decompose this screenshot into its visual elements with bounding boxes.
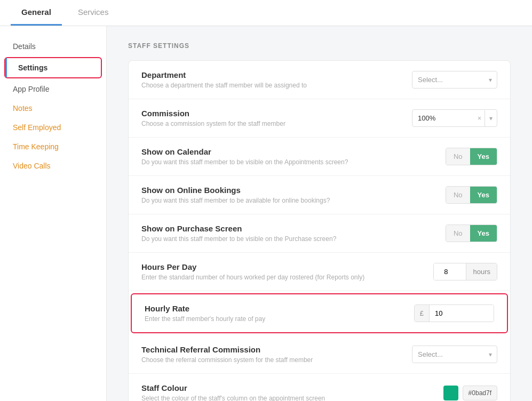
setting-info-hours-per-day: Hours Per Day Enter the standard number … [141, 262, 433, 281]
show-calendar-no-btn[interactable]: No [446, 148, 470, 165]
top-tab-bar: General Services [0, 0, 532, 26]
hours-per-day-control: hours [433, 263, 497, 280]
commission-desc: Choose a commission system for the staff… [141, 120, 412, 127]
show-calendar-label: Show on Calendar [141, 147, 446, 156]
main-content: STAFF SETTINGS Department Choose a depar… [107, 26, 532, 401]
commission-wrapper[interactable]: 100% × ▾ [412, 109, 497, 127]
setting-info-department: Department Choose a department the staff… [141, 70, 412, 89]
page-layout: Details Settings App Profile Notes Self … [0, 26, 532, 401]
purchase-screen-no-btn[interactable]: No [446, 225, 470, 242]
hourly-rate-desc: Enter the staff member's hourly rate of … [145, 315, 414, 323]
purchase-screen-label: Show on Purchase Screen [141, 224, 446, 233]
online-bookings-yes-btn[interactable]: Yes [470, 187, 497, 203]
settings-highlight-box: Settings [4, 57, 102, 78]
setting-info-commission: Commission Choose a commission system fo… [141, 109, 412, 127]
purchase-screen-control: No Yes [446, 224, 497, 242]
colour-code-display: #0bad7f [463, 386, 497, 400]
colour-picker-group[interactable]: #0bad7f [443, 386, 497, 400]
commission-label: Commission [141, 109, 412, 118]
currency-symbol: £ [415, 305, 430, 322]
show-calendar-toggle: No Yes [446, 148, 497, 165]
hours-per-day-desc: Enter the standard number of hours worke… [141, 274, 433, 281]
setting-info-referral-commission: Technical Referral Commission Choose the… [141, 345, 412, 364]
colour-swatch[interactable] [443, 386, 458, 400]
commission-value: 100% [412, 110, 474, 126]
hourly-rate-control: £ [414, 304, 494, 322]
hourly-rate-label: Hourly Rate [145, 304, 414, 313]
online-bookings-toggle: No Yes [446, 186, 497, 204]
tab-general[interactable]: General [11, 0, 62, 26]
sidebar-item-details[interactable]: Details [0, 37, 106, 56]
show-calendar-yes-btn[interactable]: Yes [470, 148, 497, 165]
department-control: Select... [412, 71, 497, 89]
setting-info-purchase-screen: Show on Purchase Screen Do you want this… [141, 224, 446, 243]
purchase-screen-desc: Do you want this staff member to be visi… [141, 235, 446, 243]
show-calendar-control: No Yes [446, 148, 497, 165]
referral-commission-desc: Choose the referral commission system fo… [141, 356, 412, 364]
setting-row-department: Department Choose a department the staff… [129, 61, 510, 99]
setting-info-staff-colour: Staff Colour Select the colour of the st… [141, 383, 443, 401]
staff-colour-desc: Select the colour of the staff's column … [141, 395, 443, 401]
sidebar-item-settings[interactable]: Settings [5, 58, 101, 77]
setting-row-purchase-screen: Show on Purchase Screen Do you want this… [129, 214, 510, 253]
department-desc: Choose a department the staff member wil… [141, 82, 412, 89]
commission-control[interactable]: 100% × ▾ [412, 109, 497, 127]
referral-commission-select[interactable]: Select... [412, 346, 497, 363]
setting-info-hourly-rate: Hourly Rate Enter the staff member's hou… [145, 304, 414, 323]
hours-unit-label: hours [466, 263, 497, 280]
referral-commission-select-wrapper: Select... [412, 346, 497, 363]
department-select-wrapper: Select... [412, 71, 497, 89]
setting-row-hourly-rate: Hourly Rate Enter the staff member's hou… [131, 293, 508, 333]
commission-clear-icon[interactable]: × [474, 113, 485, 124]
hourly-rate-input[interactable] [430, 305, 494, 322]
setting-info-online-bookings: Show on Online Bookings Do you want this… [141, 186, 446, 204]
referral-commission-label: Technical Referral Commission [141, 345, 412, 354]
online-bookings-desc: Do you want this staff member to be avai… [141, 197, 446, 204]
sidebar-item-notes[interactable]: Notes [0, 99, 106, 118]
online-bookings-no-btn[interactable]: No [446, 187, 470, 203]
referral-commission-control: Select... [412, 346, 497, 363]
setting-row-commission: Commission Choose a commission system fo… [129, 99, 510, 138]
section-title: STAFF SETTINGS [128, 42, 511, 50]
setting-row-show-calendar: Show on Calendar Do you want this staff … [129, 138, 510, 176]
sidebar-item-app-profile[interactable]: App Profile [0, 79, 106, 99]
setting-row-staff-colour: Staff Colour Select the colour of the st… [129, 374, 510, 401]
settings-card: Department Choose a department the staff… [128, 60, 511, 401]
setting-info-show-calendar: Show on Calendar Do you want this staff … [141, 147, 446, 166]
tab-services[interactable]: Services [67, 0, 120, 26]
hours-per-day-label: Hours Per Day [141, 262, 433, 271]
currency-input-group: £ [414, 304, 494, 322]
purchase-screen-toggle: No Yes [446, 224, 497, 242]
sidebar-item-time-keeping[interactable]: Time Keeping [0, 137, 106, 156]
sidebar-item-self-employed[interactable]: Self Employed [0, 118, 106, 137]
setting-row-online-bookings: Show on Online Bookings Do you want this… [129, 176, 510, 214]
setting-row-hours-per-day: Hours Per Day Enter the standard number … [129, 253, 510, 291]
sidebar-item-video-calls[interactable]: Video Calls [0, 156, 106, 175]
hours-input-group: hours [433, 263, 497, 280]
staff-colour-control[interactable]: #0bad7f [443, 386, 497, 400]
online-bookings-control: No Yes [446, 186, 497, 204]
staff-colour-label: Staff Colour [141, 383, 443, 392]
hours-input[interactable] [434, 263, 466, 280]
department-select[interactable]: Select... [412, 71, 497, 89]
purchase-screen-yes-btn[interactable]: Yes [470, 225, 497, 242]
commission-arrow-icon[interactable]: ▾ [485, 110, 497, 126]
department-label: Department [141, 70, 412, 79]
setting-row-referral-commission: Technical Referral Commission Choose the… [129, 335, 510, 374]
online-bookings-label: Show on Online Bookings [141, 186, 446, 195]
show-calendar-desc: Do you want this staff member to be visi… [141, 158, 446, 166]
sidebar: Details Settings App Profile Notes Self … [0, 26, 107, 401]
